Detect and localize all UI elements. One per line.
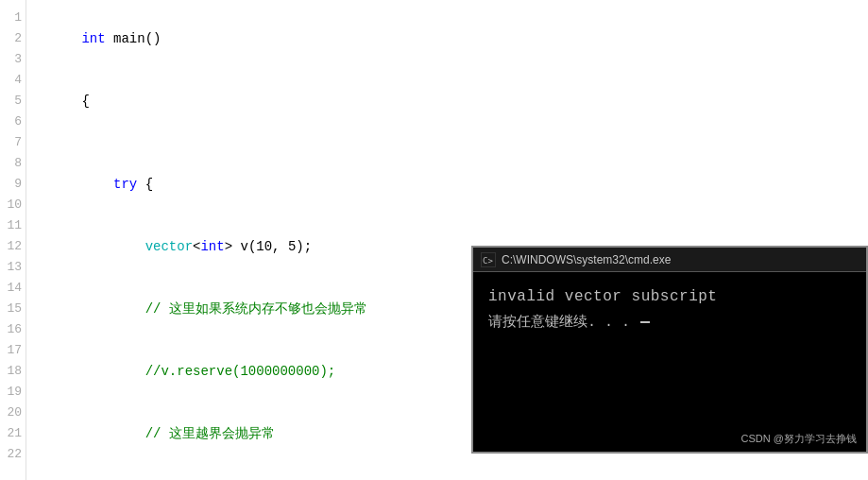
ln-3: 3 [14, 49, 22, 70]
ln-21: 21 [7, 423, 22, 444]
ln-2: 2 [14, 28, 22, 49]
ln-9: 9 [14, 174, 22, 195]
cmd-window: C> C:\WINDOWS\system32\cmd.exe invalid v… [471, 246, 868, 454]
ln-22: 22 [7, 444, 22, 465]
ln-4: 4 [14, 70, 22, 91]
code-line-9: v.at(10) = 100; [34, 465, 868, 480]
code-line-4: try { [34, 153, 868, 215]
cmd-icon: C> [481, 252, 496, 267]
ln-14: 14 [7, 278, 22, 299]
ln-17: 17 [7, 340, 22, 361]
ln-7: 7 [14, 132, 22, 153]
ln-6: 6 [14, 111, 22, 132]
ln-12: 12 [7, 236, 22, 257]
code-line-3 [34, 132, 868, 153]
ln-13: 13 [7, 257, 22, 278]
ln-20: 20 [7, 403, 22, 423]
ln-8: 8 [14, 153, 22, 174]
svg-text:C>: C> [483, 256, 493, 266]
editor-area: 1 2 3 4 5 6 7 8 9 10 11 12 13 14 15 16 1… [0, 0, 868, 480]
ln-5: 5 [14, 91, 22, 111]
cmd-title-text: C:\WINDOWS\system32\cmd.exe [502, 253, 671, 266]
ln-11: 11 [7, 215, 22, 236]
ln-15: 15 [7, 299, 22, 319]
ln-10: 10 [7, 195, 22, 215]
cmd-titlebar: C> C:\WINDOWS\system32\cmd.exe [473, 248, 866, 272]
ln-18: 18 [7, 361, 22, 382]
ln-19: 19 [7, 382, 22, 403]
ln-16: 16 [7, 319, 22, 340]
cmd-cursor [640, 321, 650, 323]
cmd-line1: invalid vector subscript [488, 283, 851, 310]
cmd-content: invalid vector subscript 请按任意键继续. . . [473, 272, 866, 348]
code-line-1: int main() [34, 8, 868, 70]
ln-1: 1 [14, 8, 22, 28]
cmd-watermark: CSDN @努力学习去挣钱 [741, 432, 857, 446]
cmd-line2: 请按任意键继续. . . [488, 310, 851, 336]
line-numbers: 1 2 3 4 5 6 7 8 9 10 11 12 13 14 15 16 1… [0, 0, 26, 480]
code-line-2: { [34, 70, 868, 132]
